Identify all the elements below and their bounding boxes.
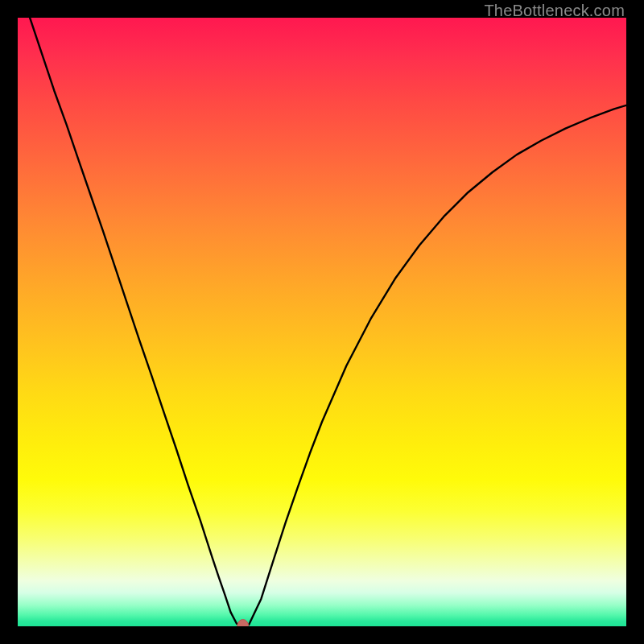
curve-layer: [18, 18, 626, 626]
plot-area: [18, 18, 626, 626]
optimal-marker-icon: [237, 620, 249, 627]
bottleneck-curve: [30, 18, 626, 626]
chart-container: TheBottleneck.com: [0, 0, 644, 644]
